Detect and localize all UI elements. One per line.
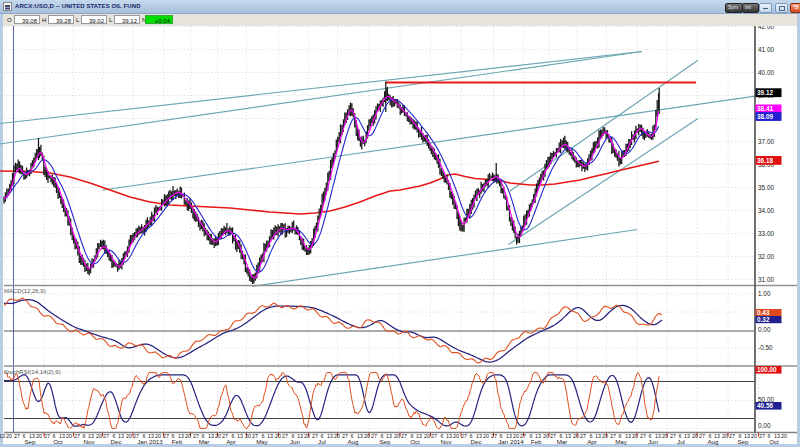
svg-text:27: 27 <box>550 433 556 439</box>
svg-text:27: 27 <box>580 433 586 439</box>
svg-text:20: 20 <box>245 433 251 439</box>
svg-text:0.00: 0.00 <box>758 326 771 333</box>
svg-text:20: 20 <box>96 433 102 439</box>
svg-text:20: 20 <box>334 433 340 439</box>
svg-text:27: 27 <box>401 433 407 439</box>
svg-text:40.00: 40.00 <box>758 69 774 76</box>
svg-text:20: 20 <box>662 433 668 439</box>
svg-text:27: 27 <box>461 433 467 439</box>
svg-text:39.12: 39.12 <box>757 89 773 96</box>
svg-text:13: 13 <box>327 433 333 439</box>
svg-text:Aug: Aug <box>347 438 359 445</box>
svg-text:Jun: Jun <box>290 438 301 445</box>
svg-text:37.00: 37.00 <box>758 138 774 145</box>
svg-text:27: 27 <box>44 433 50 439</box>
svg-text:40.56: 40.56 <box>757 402 773 409</box>
svg-text:20: 20 <box>483 433 489 439</box>
svg-text:Sep: Sep <box>737 438 749 445</box>
svg-text:Sep: Sep <box>24 438 36 445</box>
svg-text:Feb: Feb <box>531 438 542 445</box>
svg-text:20: 20 <box>692 433 698 439</box>
svg-text:Aug: Aug <box>707 438 719 445</box>
svg-text:Oct: Oct <box>53 438 63 445</box>
svg-text:Jul: Jul <box>318 438 326 445</box>
svg-text:20: 20 <box>781 433 787 439</box>
svg-text:20: 20 <box>36 433 42 439</box>
svg-text:27: 27 <box>282 433 288 439</box>
svg-text:Jan 2013: Jan 2013 <box>137 438 163 445</box>
svg-text:27: 27 <box>14 433 20 439</box>
svg-text:Mar: Mar <box>199 438 210 445</box>
svg-text:20: 20 <box>364 433 370 439</box>
svg-text:35.00: 35.00 <box>758 184 774 191</box>
svg-text:Jun: Jun <box>648 438 659 445</box>
svg-text:20: 20 <box>453 433 459 439</box>
svg-text:May: May <box>256 438 269 445</box>
svg-text:Jul: Jul <box>677 438 685 445</box>
svg-text:27: 27 <box>431 433 437 439</box>
svg-text:13: 13 <box>237 433 243 439</box>
svg-text:20: 20 <box>215 433 221 439</box>
svg-text:Jan 2014: Jan 2014 <box>498 438 524 445</box>
svg-text:Feb: Feb <box>172 438 183 445</box>
svg-text:27: 27 <box>163 433 169 439</box>
svg-text:20: 20 <box>304 433 310 439</box>
svg-text:38.09: 38.09 <box>757 113 773 120</box>
svg-text:20: 20 <box>185 433 191 439</box>
svg-text:34.00: 34.00 <box>758 207 774 214</box>
svg-text:27: 27 <box>74 433 80 439</box>
svg-text:20: 20 <box>632 433 638 439</box>
svg-text:27: 27 <box>759 433 765 439</box>
svg-text:1.00: 1.00 <box>758 290 771 297</box>
svg-text:Apr: Apr <box>226 438 236 445</box>
svg-text:41.00: 41.00 <box>758 46 774 53</box>
svg-text:27: 27 <box>729 433 735 439</box>
svg-text:42.00: 42.00 <box>758 26 774 30</box>
svg-text:20: 20 <box>66 433 72 439</box>
svg-text:20: 20 <box>126 433 132 439</box>
svg-text:0.32: 0.32 <box>757 316 770 323</box>
svg-text:-0.50: -0.50 <box>758 344 773 351</box>
svg-text:20: 20 <box>722 433 728 439</box>
svg-text:Nov: Nov <box>440 438 452 445</box>
svg-text:20: 20 <box>751 433 757 439</box>
svg-text:27: 27 <box>670 433 676 439</box>
svg-text:33.00: 33.00 <box>758 230 774 237</box>
svg-text:100.00: 100.00 <box>757 366 777 373</box>
svg-text:Oct: Oct <box>410 438 420 445</box>
svg-text:13: 13 <box>267 433 273 439</box>
svg-text:20: 20 <box>602 433 608 439</box>
svg-text:Mar: Mar <box>557 438 568 445</box>
svg-text:27: 27 <box>699 433 705 439</box>
svg-text:36.18: 36.18 <box>757 157 773 164</box>
svg-text:20: 20 <box>424 433 430 439</box>
svg-text:13: 13 <box>0 433 5 439</box>
svg-text:Nov: Nov <box>83 438 95 445</box>
svg-text:20: 20 <box>6 433 12 439</box>
svg-text:27: 27 <box>491 433 497 439</box>
svg-text:MACD(12,26,9): MACD(12,26,9) <box>4 288 46 294</box>
svg-text:32.00: 32.00 <box>758 253 774 260</box>
svg-text:31.00: 31.00 <box>758 276 774 283</box>
svg-text:27: 27 <box>371 433 377 439</box>
svg-text:0.43: 0.43 <box>757 309 770 316</box>
svg-text:20: 20 <box>275 433 281 439</box>
svg-text:27: 27 <box>640 433 646 439</box>
svg-text:Dec: Dec <box>110 438 121 445</box>
svg-text:0.00: 0.00 <box>758 422 771 429</box>
svg-text:38.41: 38.41 <box>757 105 773 112</box>
svg-text:Oct: Oct <box>769 438 779 445</box>
svg-text:Apr: Apr <box>587 438 597 445</box>
svg-text:Dec: Dec <box>470 438 481 445</box>
svg-text:StochRSI(14,14(2),9): StochRSI(14,14(2),9) <box>4 369 61 375</box>
svg-text:Sep: Sep <box>379 438 391 445</box>
svg-text:20: 20 <box>573 433 579 439</box>
svg-text:20: 20 <box>394 433 400 439</box>
svg-text:27: 27 <box>103 433 109 439</box>
svg-text:20: 20 <box>543 433 549 439</box>
svg-text:May: May <box>615 438 628 445</box>
